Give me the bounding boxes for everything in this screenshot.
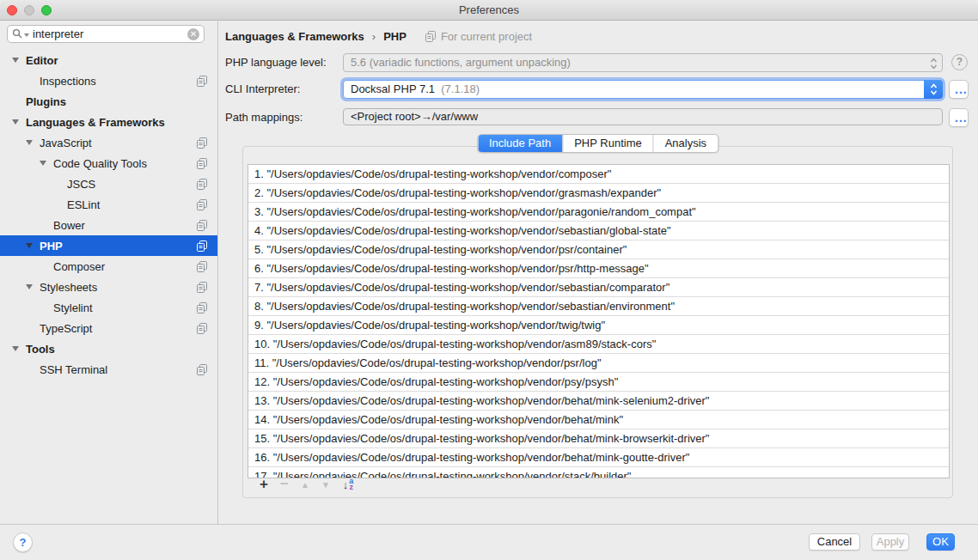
sidebar-item-bower[interactable]: Bower <box>0 215 217 235</box>
path-mappings-value: <Project root>→/var/www <box>351 110 478 123</box>
expanded-arrow-icon[interactable] <box>26 243 33 248</box>
include-path-row[interactable]: 9. "/Users/opdavies/Code/os/drupal-testi… <box>248 316 949 335</box>
scope-note-label: For current project <box>441 30 532 43</box>
expanded-arrow-icon[interactable] <box>26 284 33 289</box>
per-project-settings-icon <box>197 158 208 169</box>
settings-search-field[interactable]: ✕ <box>7 25 205 43</box>
sidebar-item-jscs[interactable]: JSCS <box>0 173 217 194</box>
sidebar-item-eslint[interactable]: ESLint <box>0 194 217 215</box>
include-path-row[interactable]: 12. "/Users/opdavies/Code/os/drupal-test… <box>248 373 949 392</box>
include-path-row[interactable]: 1. "/Users/opdavies/Code/os/drupal-testi… <box>248 165 949 184</box>
include-path-row[interactable]: 13. "/Users/opdavies/Code/os/drupal-test… <box>248 392 949 411</box>
sidebar-item-ssh-terminal[interactable]: SSH Terminal <box>0 359 217 380</box>
sidebar-item-label: Plugins <box>26 95 66 108</box>
cli-interpreter-select[interactable]: Docksal PHP 7.1 (7.1.18) <box>343 80 943 99</box>
include-path-row[interactable]: 11. "/Users/opdavies/Code/os/drupal-test… <box>248 354 949 373</box>
no-arrow-spacer <box>26 326 33 331</box>
move-down-button[interactable]: ▼ <box>315 474 336 495</box>
per-project-settings-icon <box>197 179 208 190</box>
settings-main-panel: Languages & Frameworks › PHP For current… <box>218 21 978 524</box>
sidebar-item-label: JSCS <box>67 178 95 191</box>
sidebar-item-plugins[interactable]: Plugins <box>0 91 217 112</box>
select-chevrons-icon <box>930 58 938 70</box>
clear-search-icon[interactable]: ✕ <box>187 28 199 40</box>
sidebar-item-label: Inspections <box>40 75 96 88</box>
sidebar-item-editor[interactable]: Editor <box>0 50 217 70</box>
cli-interpreter-browse-button[interactable]: ... <box>949 80 969 99</box>
list-toolbar: + − ▲ ▼ ↓ a z <box>248 474 358 495</box>
sidebar-item-label: ESLint <box>67 198 100 211</box>
include-path-row[interactable]: 10. "/Users/opdavies/Code/os/drupal-test… <box>248 335 949 354</box>
sidebar-item-label: Stylesheets <box>40 281 97 294</box>
sidebar-item-label: Bower <box>53 219 85 232</box>
include-path-row[interactable]: 8. "/Users/opdavies/Code/os/drupal-testi… <box>248 297 949 316</box>
sidebar-item-label: TypeScript <box>40 322 92 335</box>
sidebar-item-inspections[interactable]: Inspections <box>0 70 217 91</box>
include-path-row[interactable]: 6. "/Users/opdavies/Code/os/drupal-testi… <box>248 259 949 278</box>
sidebar-item-php[interactable]: PHP <box>0 235 217 256</box>
path-mappings-field[interactable]: <Project root>→/var/www <box>343 108 943 125</box>
sidebar-item-stylesheets[interactable]: Stylesheets <box>0 277 217 297</box>
include-path-row[interactable]: 5. "/Users/opdavies/Code/os/drupal-testi… <box>248 240 949 259</box>
expanded-arrow-icon[interactable] <box>40 161 46 166</box>
include-path-list[interactable]: 1. "/Users/opdavies/Code/os/drupal-testi… <box>248 164 950 478</box>
move-up-button[interactable]: ▲ <box>295 474 315 495</box>
breadcrumb-page: PHP <box>383 30 406 43</box>
add-path-button[interactable]: + <box>254 474 274 495</box>
for-current-project-icon <box>425 31 437 42</box>
expanded-arrow-icon[interactable] <box>12 58 19 63</box>
title-bar[interactable]: Preferences <box>0 0 978 21</box>
search-input[interactable] <box>33 27 187 40</box>
sidebar-item-composer[interactable]: Composer <box>0 256 217 277</box>
tab-bar: Include PathPHP RuntimeAnalysis <box>477 134 718 153</box>
sort-arrow-icon: ↓ <box>343 478 349 491</box>
ok-button[interactable]: OK <box>926 533 955 551</box>
apply-button[interactable]: Apply <box>871 533 909 551</box>
sidebar-item-languages-frameworks[interactable]: Languages & Frameworks <box>0 112 217 132</box>
help-icon[interactable]: ? <box>951 54 968 70</box>
tab-php-runtime[interactable]: PHP Runtime <box>562 135 653 152</box>
sidebar-item-label: Composer <box>53 260 105 273</box>
select-chevrons-cap[interactable] <box>924 80 943 99</box>
help-button[interactable]: ? <box>13 533 33 552</box>
cancel-button[interactable]: Cancel <box>809 533 860 551</box>
include-path-row[interactable]: 16. "/Users/opdavies/Code/os/drupal-test… <box>248 448 949 467</box>
sidebar-item-code-quality-tools[interactable]: Code Quality Tools <box>0 153 217 173</box>
expanded-arrow-icon[interactable] <box>12 119 19 125</box>
include-path-row[interactable]: 14. "/Users/opdavies/Code/os/drupal-test… <box>248 411 949 429</box>
per-project-settings-icon <box>197 199 208 210</box>
preferences-window: Preferences ✕ EditorInspectionsPluginsLa… <box>0 0 978 560</box>
path-mappings-label: Path mappings: <box>225 108 339 127</box>
sidebar-item-tools[interactable]: Tools <box>0 338 217 359</box>
tab-analysis[interactable]: Analysis <box>653 135 718 152</box>
tab-include-path[interactable]: Include Path <box>478 135 562 152</box>
path-mappings-browse-button[interactable]: ... <box>949 108 969 127</box>
sidebar-item-label: Editor <box>26 54 58 67</box>
no-arrow-spacer <box>26 367 33 372</box>
search-options-chevron-icon[interactable] <box>24 33 29 37</box>
include-path-row[interactable]: 7. "/Users/opdavies/Code/os/drupal-testi… <box>248 278 949 297</box>
language-level-label: PHP language level: <box>225 53 339 72</box>
sidebar-item-stylelint[interactable]: Stylelint <box>0 297 217 318</box>
remove-path-button[interactable]: − <box>274 474 295 495</box>
per-project-settings-icon <box>197 220 208 231</box>
per-project-settings-icon <box>197 76 208 87</box>
per-project-settings-icon <box>197 261 208 272</box>
cli-interpreter-version-text: (7.1.18) <box>441 82 480 95</box>
breadcrumb-separator: › <box>372 30 376 43</box>
include-path-row[interactable]: 15. "/Users/opdavies/Code/os/drupal-test… <box>248 429 949 448</box>
language-level-select[interactable]: 5.6 (variadic functions, argument unpack… <box>343 53 943 72</box>
breadcrumb-section: Languages & Frameworks <box>225 30 364 43</box>
sort-alphabetically-button[interactable]: ↓ a z <box>338 474 358 495</box>
sidebar-item-label: JavaScript <box>40 137 92 149</box>
expanded-arrow-icon[interactable] <box>12 346 19 351</box>
include-path-row[interactable]: 3. "/Users/opdavies/Code/os/drupal-testi… <box>248 203 949 222</box>
include-path-row[interactable]: 4. "/Users/opdavies/Code/os/drupal-testi… <box>248 222 949 240</box>
no-arrow-spacer <box>12 99 19 104</box>
sidebar-item-typescript[interactable]: TypeScript <box>0 318 217 338</box>
expanded-arrow-icon[interactable] <box>26 140 33 145</box>
include-path-row[interactable]: 2. "/Users/opdavies/Code/os/drupal-testi… <box>248 184 949 203</box>
per-project-settings-icon <box>197 302 208 313</box>
sidebar-item-javascript[interactable]: JavaScript <box>0 132 217 153</box>
scope-note: For current project <box>425 30 532 43</box>
